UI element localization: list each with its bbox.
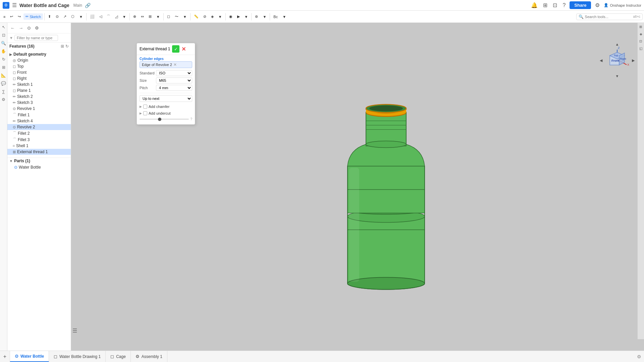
select-icon[interactable]: ⊡: [1, 32, 6, 38]
expand-all-btn[interactable]: ⊞: [61, 44, 64, 49]
tree-item-right[interactable]: ◻ Right: [7, 75, 71, 81]
draft-button[interactable]: ◁: [97, 13, 104, 20]
extrude-button[interactable]: ⬆: [46, 13, 53, 20]
up-to-next-select[interactable]: Up to nextBlindThrough all: [140, 95, 192, 102]
toolbar-left-panel-btn[interactable]: ≡: [1, 14, 7, 20]
right-panel-icon-2[interactable]: ◈: [639, 31, 643, 37]
loft-button[interactable]: ⬡: [69, 13, 76, 20]
display-button[interactable]: ◈: [209, 13, 216, 20]
comments-icon[interactable]: 💬: [0, 80, 7, 86]
right-panel-icon-1[interactable]: ⊞: [639, 24, 643, 29]
add-chamfer-row[interactable]: ▶ Add chamfer: [140, 104, 192, 109]
simulation-button[interactable]: ▶: [235, 13, 242, 20]
tree-item-sketch1[interactable]: ✏ Sketch 1: [7, 81, 71, 87]
parts-item-waterbottle[interactable]: ⊙ Water Bottle: [7, 164, 71, 171]
viewport[interactable]: External thread 1 ✓ ✕ Cylinder edges Edg…: [71, 23, 644, 351]
hamburger-menu[interactable]: ☰: [12, 2, 17, 8]
refresh-btn[interactable]: ↻: [65, 44, 69, 49]
chamfer-checkbox[interactable]: [143, 105, 147, 109]
plane-button[interactable]: ◻: [165, 13, 172, 20]
pattern-button[interactable]: ⊞: [147, 13, 154, 20]
more-btn-3[interactable]: ▼: [154, 14, 162, 20]
cube-left-arrow[interactable]: ◀: [600, 58, 602, 62]
standard-select[interactable]: ISOANSIDIN: [156, 70, 192, 76]
tab-assembly[interactable]: ⚙ Assembly 1: [131, 351, 167, 362]
mirror-button[interactable]: ⇔: [139, 13, 146, 20]
explode-icon[interactable]: ⊞: [1, 64, 6, 70]
rotate-icon[interactable]: ↻: [1, 56, 6, 62]
tree-item-plane1[interactable]: ◻ Plane 1: [7, 87, 71, 94]
search-input[interactable]: [585, 15, 632, 19]
pitch-select[interactable]: 4 mm3 mm2 mm1.5 mm: [156, 85, 192, 91]
feature-confirm-button[interactable]: ✓: [172, 45, 179, 53]
tree-item-fillet1[interactable]: ⌒ Fillet 1: [7, 112, 71, 118]
redo-button[interactable]: ↪: [16, 13, 23, 20]
measure-strip-icon[interactable]: 📐: [0, 72, 7, 78]
sketch-button[interactable]: ✏ Sketch: [23, 13, 43, 20]
add-tab-button[interactable]: +: [0, 351, 10, 362]
grid-icon[interactable]: ⊞: [542, 1, 549, 9]
right-panel-icon-4[interactable]: ◱: [639, 45, 643, 52]
pan-icon[interactable]: ✋: [0, 48, 7, 54]
variable-icon[interactable]: ∑: [1, 88, 6, 95]
notifications-icon[interactable]: 🔔: [530, 1, 539, 9]
thread-slider[interactable]: [140, 119, 189, 120]
settings-icon[interactable]: ⚙: [594, 1, 601, 9]
section-button[interactable]: ⊘: [201, 13, 208, 20]
tree-item-front[interactable]: ◻ Front: [7, 69, 71, 75]
cube-top-arrow[interactable]: ▲: [615, 42, 619, 46]
tree-item-origin[interactable]: ◎ Origin: [7, 57, 71, 63]
parts-header[interactable]: ▼ Parts (1): [7, 158, 71, 164]
feature-cancel-button[interactable]: ✕: [181, 46, 186, 52]
sidebar-settings-btn[interactable]: ⚙: [33, 24, 41, 32]
tree-item-revolve1[interactable]: ⊙ Revolve 1: [7, 106, 71, 112]
apps-icon[interactable]: ⊡: [551, 1, 558, 9]
edge-tag[interactable]: Edge of Revolve 2 ✕: [140, 61, 192, 68]
add-undercut-row[interactable]: ▶ Add undercut: [140, 111, 192, 116]
tree-item-sketch4[interactable]: ✏ Sketch 4: [7, 118, 71, 124]
orientation-cube[interactable]: Z X Front Top Right: [604, 46, 631, 73]
tree-item-sketch3[interactable]: ✏ Sketch 3: [7, 100, 71, 106]
tree-item-fillet3[interactable]: ⌒ Fillet 3: [7, 136, 71, 143]
edge-remove-button[interactable]: ✕: [173, 62, 177, 67]
default-geometry-header[interactable]: ▶ Default geometry: [7, 51, 71, 57]
fillet-button[interactable]: ⌒: [105, 13, 112, 20]
share-button[interactable]: Share: [570, 1, 591, 9]
more-btn-1[interactable]: ▼: [77, 14, 85, 20]
more-btn-5[interactable]: ▼: [216, 14, 224, 20]
undo-button[interactable]: ↩: [8, 13, 15, 20]
undercut-checkbox[interactable]: [143, 111, 147, 115]
tab-settings-icon[interactable]: ⚙: [637, 354, 641, 359]
right-panel-icon-3[interactable]: ⊡: [639, 39, 643, 44]
cube-bottom-arrow[interactable]: ▼: [615, 74, 619, 78]
tree-item-revolve2[interactable]: ⊙ Revolve 2: [7, 124, 71, 130]
tree-item-sketch2[interactable]: ✏ Sketch 2: [7, 94, 71, 100]
cube-right-arrow[interactable]: ▶: [632, 58, 635, 62]
more-btn-2[interactable]: ▼: [120, 14, 128, 20]
help-button[interactable]: ?: [190, 117, 192, 121]
help-icon[interactable]: ?: [561, 2, 567, 9]
revolve-button[interactable]: ⊙: [54, 13, 61, 20]
tab-water-bottle[interactable]: ⊙ Water Bottle: [10, 351, 49, 362]
mate-button[interactable]: ⊛: [253, 13, 260, 20]
tree-item-fillet2[interactable]: ⌒ Fillet 2: [7, 130, 71, 136]
size-select[interactable]: M65M60M55M50: [156, 77, 192, 83]
tab-cage[interactable]: ◻ Cage: [106, 351, 131, 362]
sidebar-history-btn[interactable]: ⊙: [25, 24, 33, 32]
more-btn-6[interactable]: ▼: [243, 14, 250, 20]
pointer-icon[interactable]: ↖: [1, 24, 6, 30]
zoom-icon[interactable]: 🔍: [0, 40, 7, 46]
tree-item-top[interactable]: ◻ Top: [7, 63, 71, 69]
view-mode-btn[interactable]: Bc: [271, 14, 280, 20]
measure-button[interactable]: 📏: [192, 13, 201, 20]
chamfer-button[interactable]: ◿: [113, 13, 120, 20]
more-btn-4[interactable]: ▼: [181, 14, 189, 20]
tab-drawing[interactable]: ◻ Water Bottle Drawing 1: [49, 351, 106, 362]
link-icon[interactable]: 🔗: [85, 3, 91, 8]
curve-button[interactable]: 〜: [173, 13, 180, 20]
boolean-button[interactable]: ⊕: [131, 13, 138, 20]
sweep-button[interactable]: ↗: [61, 13, 68, 20]
more-btn-7[interactable]: ▼: [261, 14, 268, 20]
tree-item-external-thread[interactable]: ⊞ External thread 1: [7, 149, 71, 155]
render-button[interactable]: ◉: [227, 13, 234, 20]
